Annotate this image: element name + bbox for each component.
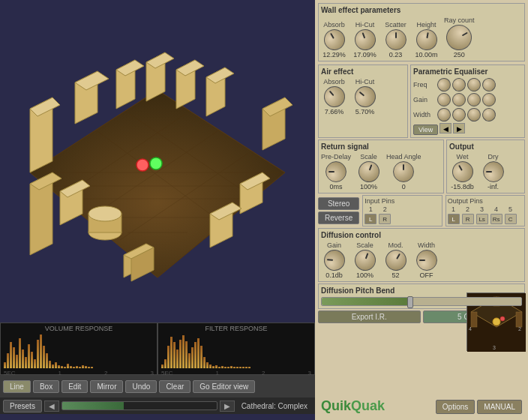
air-hicut-label: Hi-Cut: [356, 78, 375, 86]
air-hicut-value: 5.70%: [352, 108, 378, 116]
presets-button[interactable]: Presets: [3, 400, 42, 412]
wall-absorb-knob[interactable]: [320, 26, 348, 54]
eq-freq-knob-2[interactable]: [452, 77, 467, 93]
eq-view-button[interactable]: View: [413, 124, 438, 135]
pitch-slider-thumb[interactable]: [407, 296, 413, 308]
input-pins-section: Input Pins 1 2 L R: [362, 195, 442, 226]
eq-width-row: Width: [413, 108, 522, 122]
diffusion-scale-label: Scale: [356, 242, 374, 249]
next-preset-button[interactable]: ▶: [220, 400, 235, 412]
eq-title: Parametric Equaliser: [413, 68, 522, 76]
export-ir-button[interactable]: Export I.R.: [318, 310, 421, 323]
air-absorb-knob[interactable]: [320, 82, 349, 111]
diffusion-gain-knob[interactable]: [322, 249, 345, 272]
air-hicut-knob[interactable]: [350, 82, 380, 111]
edit-button[interactable]: Edit: [62, 380, 88, 393]
prev-preset-button[interactable]: ◀: [44, 400, 59, 412]
line-button[interactable]: Line: [3, 380, 31, 393]
pitch-slider[interactable]: [321, 297, 522, 306]
air-knobs-row: Absorb 7.66% Hi-Cut 5.70%: [321, 78, 405, 116]
stereo-button[interactable]: Stereo: [318, 197, 359, 210]
wall-height-knob[interactable]: [414, 28, 438, 52]
clear-button[interactable]: Clear: [159, 380, 190, 393]
eq-gain-knob-2[interactable]: [452, 93, 466, 106]
eq-gain-knob-3[interactable]: [467, 93, 481, 106]
return-headangle-value: 0: [391, 183, 417, 190]
eq-width-knob-3[interactable]: [465, 106, 483, 124]
eq-freq-knob-3[interactable]: [465, 76, 484, 94]
output-pin-buttons: L R Ls Rs C: [448, 214, 523, 224]
diffusion-title: Diffusion control: [321, 231, 522, 239]
output-pins-section: Output Pins 1 2 3 4 5 L R Ls Rs C: [446, 195, 525, 226]
eq-next-button[interactable]: ▶: [453, 123, 465, 134]
right-panel: Wall effect parameters Absorb 12.29% Hi-…: [315, 0, 528, 420]
wall-raycount-knob[interactable]: [442, 20, 476, 55]
eq-freq-knob-4[interactable]: [482, 77, 497, 93]
output-wet-knob[interactable]: [448, 158, 476, 186]
eq-width-knob-2[interactable]: [451, 106, 467, 123]
out-pin-ls-button[interactable]: Ls: [476, 214, 488, 224]
eq-prev-button[interactable]: ◀: [440, 123, 452, 134]
return-scale-knob[interactable]: [356, 158, 382, 185]
input-pins-label: Input Pins: [364, 197, 440, 205]
wall-effect-section: Wall effect parameters Absorb 12.29% Hi-…: [318, 3, 525, 62]
input-pin-num-1: 1: [364, 206, 376, 213]
undo-button[interactable]: Undo: [125, 380, 157, 393]
diffusion-gain-label: Gain: [327, 242, 341, 249]
return-predelay-group: Pre-Delay 0ms: [321, 153, 351, 190]
output-dry-knob[interactable]: [483, 161, 504, 182]
go-editor-button[interactable]: Go Editor view: [193, 380, 255, 393]
eq-freq-label: Freq: [413, 81, 436, 88]
wall-height-group: Height 10.00m: [413, 21, 440, 58]
eq-gain-knob-1[interactable]: [437, 93, 451, 106]
eq-gain-knob-4[interactable]: [482, 93, 496, 106]
eq-width-knob-1[interactable]: [435, 106, 452, 123]
return-headangle-knob[interactable]: [393, 161, 414, 182]
out-pin-l-button[interactable]: L: [448, 214, 460, 224]
brand-quak: Quak: [351, 398, 385, 413]
wall-hicut-knob[interactable]: [352, 26, 379, 53]
eq-width-knob-4[interactable]: [482, 107, 497, 123]
input-pin-numbers: 1 2: [364, 206, 440, 213]
out-pin-c-button[interactable]: C: [505, 214, 517, 224]
diffusion-width-value: OFF: [413, 272, 440, 279]
return-scale-group: Scale 100%: [356, 153, 382, 190]
svg-point-50: [500, 316, 505, 321]
output-knobs-row: Wet -15.8db Dry -inf.: [449, 153, 522, 190]
options-button[interactable]: Options: [436, 400, 475, 414]
wall-absorb-value: 12.29%: [321, 51, 347, 58]
air-effect-title: Air effect: [321, 68, 405, 76]
diffusion-knobs-row: Gain 0.1db Scale 100% Mod. 52 Width OFF: [321, 242, 522, 279]
input-pin-l-button[interactable]: L: [364, 214, 376, 224]
eq-controls: View ◀ ▶: [413, 123, 522, 135]
mirror-button[interactable]: Mirror: [90, 380, 123, 393]
box-button[interactable]: Box: [33, 380, 59, 393]
pitch-slider-container[interactable]: [321, 297, 522, 306]
diffusion-gain-group: Gain 0.1db: [321, 242, 347, 279]
input-pin-r-button[interactable]: R: [379, 214, 391, 224]
diffusion-width-group: Width OFF: [413, 242, 440, 279]
eq-freq-knob-1[interactable]: [435, 76, 452, 93]
diffusion-mod-knob[interactable]: [381, 246, 410, 274]
output-wet-label: Wet: [457, 153, 469, 160]
reverse-button[interactable]: Reverse: [318, 212, 359, 224]
output-pin-numbers: 1 2 3 4 5: [448, 206, 523, 213]
wall-scatter-group: Scatter 0.23: [382, 21, 409, 58]
preset-progress[interactable]: [62, 401, 218, 410]
diffusion-width-knob[interactable]: [416, 250, 437, 271]
return-signal-title: Return signal: [321, 142, 441, 151]
diffusion-mod-label: Mod.: [388, 242, 403, 249]
signal-row: Return signal Pre-Delay 0ms Scale 100% H…: [318, 140, 525, 194]
air-absorb-group: Absorb 7.66%: [321, 78, 347, 116]
out-pin-rs-button[interactable]: Rs: [490, 214, 502, 224]
wall-scatter-knob[interactable]: [386, 29, 406, 50]
diffusion-scale-knob[interactable]: [352, 247, 379, 274]
out-pin-r-button[interactable]: R: [462, 214, 474, 224]
wall-knobs-row: Absorb 12.29% Hi-Cut 17.09% Scatter 0.23…: [321, 16, 522, 58]
wall-height-label: Height: [416, 21, 436, 28]
manual-button[interactable]: MANUAL: [477, 400, 522, 414]
return-predelay-knob[interactable]: [326, 161, 346, 182]
diffusion-mod-value: 52: [382, 272, 409, 279]
eq-gain-label: Gain: [413, 96, 436, 104]
3d-scene[interactable]: [0, 0, 315, 322]
